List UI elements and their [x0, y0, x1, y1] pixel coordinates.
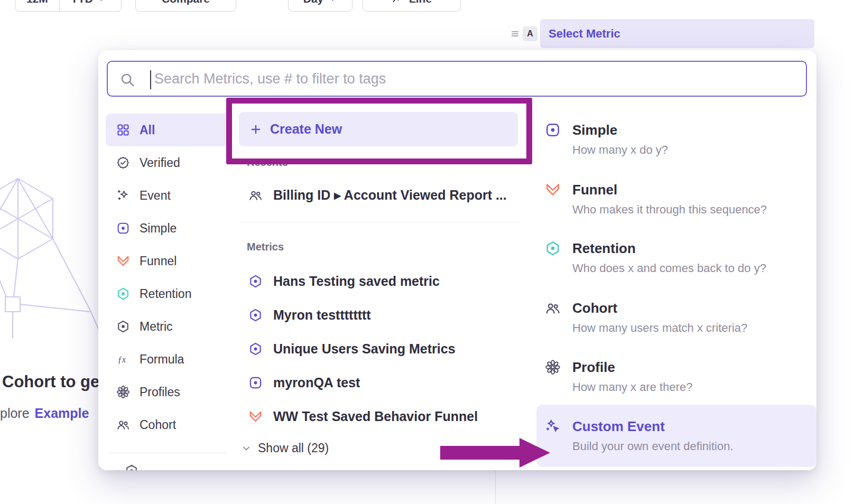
cohort-icon: [545, 300, 561, 316]
funnel-icon: [545, 182, 561, 198]
retention-icon: [545, 240, 561, 256]
funnel-icon: [116, 254, 130, 268]
metric-picker-dialog: All Verified Event Simple Funnel Retenti…: [98, 50, 816, 470]
sidebar-item-verified[interactable]: Verified: [106, 146, 229, 179]
chevron-down-icon: [97, 0, 106, 4]
sidebar-divider: [109, 453, 226, 453]
saved-metric-item[interactable]: Myron testttttttt: [240, 300, 520, 330]
sidebar-item-profiles[interactable]: Profiles: [106, 376, 229, 408]
saved-metric-item[interactable]: WW Test Saved Behavior Funnel: [240, 402, 520, 431]
saved-metric-label: Unique Users Saving Metrics: [273, 341, 456, 357]
sidebar-item-label: Metric: [140, 320, 173, 334]
type-description: Build your own event definition.: [572, 440, 816, 453]
custom-event-icon: [545, 418, 561, 434]
type-title: Profile: [572, 359, 816, 376]
sidebar-item-label: Formula: [140, 352, 184, 367]
saved-metric-item[interactable]: myronQA test: [240, 368, 520, 397]
example-report-link[interactable]: Example: [35, 406, 89, 421]
row-letter-badge: A: [523, 26, 537, 41]
type-title: Funnel: [572, 181, 816, 198]
saved-metric-label: myronQA test: [273, 375, 360, 390]
metric-icon: [116, 320, 130, 333]
type-description: How many x are there?: [572, 380, 816, 394]
recent-item-label: Billing ID ▸ Account Viewed Report ...: [273, 188, 507, 203]
empty-state-heading: Cohort to ge: [2, 372, 99, 391]
type-title: Retention: [572, 240, 816, 257]
simple-icon: [545, 122, 561, 138]
metric-type-column: Simple How many x do y? Funnel Who makes…: [536, 50, 816, 470]
sidebar-item-label: Simple: [140, 221, 177, 236]
type-funnel[interactable]: Funnel Who makes it through this sequenc…: [536, 181, 816, 217]
saved-metric-label: WW Test Saved Behavior Funnel: [273, 409, 478, 424]
sidebar-item-cohort[interactable]: Cohort: [106, 408, 229, 441]
type-custom-event[interactable]: Custom Event Build your own event defini…: [536, 418, 816, 453]
funnel-icon: [248, 409, 263, 424]
retention-icon: [116, 287, 130, 301]
app-screen: 12M YTD Compare Day Line A Select Metric…: [0, 0, 854, 504]
show-all-toggle[interactable]: Show all (29): [241, 441, 329, 455]
simple-icon: [248, 376, 263, 390]
saved-metric-item[interactable]: Hans Testing saved metric: [240, 266, 520, 296]
list-divider: [240, 222, 519, 222]
sidebar-item-funnel[interactable]: Funnel: [106, 245, 229, 277]
recents-section-label: Recents: [247, 156, 288, 169]
create-new-label: Create New: [270, 122, 342, 137]
metrics-section-label: Metrics: [247, 241, 284, 253]
type-description: How many x do y?: [572, 143, 816, 157]
sidebar-item-formula[interactable]: ƒx Formula: [106, 343, 229, 376]
empty-state-subtext: ploreExample: [0, 406, 89, 421]
type-title: Custom Event: [572, 418, 816, 435]
recent-metric-item[interactable]: Billing ID ▸ Account Viewed Report ...: [240, 180, 520, 210]
range-ytd-label: YTD: [71, 0, 93, 5]
line-chart-icon: [392, 0, 404, 5]
chevron-down-icon: [328, 0, 337, 4]
type-title: Simple: [572, 122, 816, 138]
range-12m-button[interactable]: 12M: [15, 0, 59, 11]
plus-icon: [249, 123, 262, 136]
type-retention[interactable]: Retention Who does x and comes back to d…: [536, 240, 816, 275]
cohort-icon: [248, 188, 263, 202]
metric-hexagon-icon: [248, 274, 263, 288]
event-icon: [116, 189, 130, 202]
show-all-label: Show all (29): [258, 441, 329, 455]
chart-type-line-button[interactable]: Line: [363, 0, 461, 12]
sidebar-item-label: All: [140, 123, 155, 137]
svg-text:ƒx: ƒx: [118, 355, 126, 365]
range-12m-label: 12M: [26, 0, 48, 5]
chevron-down-icon: [241, 443, 252, 454]
select-metric-label: Select Metric: [549, 27, 620, 41]
type-title: Cohort: [572, 300, 816, 316]
select-metric-button[interactable]: Select Metric: [540, 19, 814, 48]
grid-icon: [116, 123, 130, 137]
granularity-day-button[interactable]: Day: [288, 0, 352, 12]
sidebar-item-retention[interactable]: Retention: [106, 277, 229, 310]
sidebar-item-simple[interactable]: Simple: [106, 212, 229, 245]
formula-icon: ƒx: [116, 352, 130, 366]
profiles-icon: [116, 385, 130, 399]
create-new-button[interactable]: Create New: [239, 112, 518, 146]
partial-sidebar-icon[interactable]: [125, 464, 138, 470]
sidebar-item-label: Retention: [140, 287, 191, 301]
saved-metric-item[interactable]: Unique Users Saving Metrics: [240, 334, 520, 363]
sidebar-item-metric[interactable]: Metric: [106, 310, 229, 343]
drag-handle-icon[interactable]: [509, 27, 522, 40]
type-description: How many users match x criteria?: [572, 321, 816, 335]
text-caret: [150, 70, 151, 89]
verified-icon: [116, 156, 130, 170]
sidebar-item-event[interactable]: Event: [106, 179, 229, 212]
range-ytd-button[interactable]: YTD: [60, 0, 117, 11]
type-description: Who makes it through this sequence?: [572, 203, 816, 217]
subtext-fragment: plore: [0, 406, 30, 421]
day-label: Day: [303, 0, 324, 5]
date-range-control[interactable]: 12M YTD: [15, 0, 122, 12]
saved-metric-label: Myron testttttttt: [273, 307, 371, 323]
sidebar-item-all[interactable]: All: [106, 114, 229, 146]
saved-metric-label: Hans Testing saved metric: [273, 274, 440, 289]
compare-button[interactable]: Compare: [135, 0, 236, 12]
type-simple[interactable]: Simple How many x do y?: [536, 122, 816, 157]
type-cohort[interactable]: Cohort How many users match x criteria?: [536, 300, 816, 335]
panel-divider: [495, 470, 496, 504]
sidebar-item-label: Funnel: [140, 254, 177, 268]
type-profile[interactable]: Profile How many x are there?: [536, 359, 816, 394]
line-label: Line: [409, 0, 432, 5]
